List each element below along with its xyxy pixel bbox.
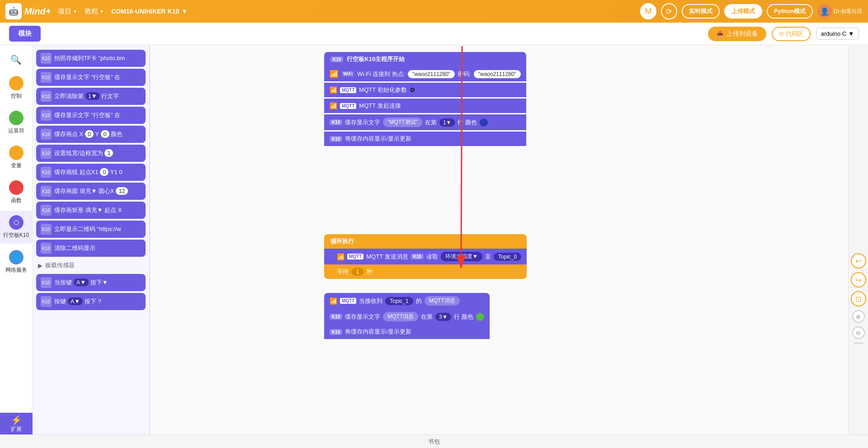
block-update-display2[interactable]: K10 将缓存内容显示/显示更新	[324, 325, 490, 339]
user-area[interactable]: 👤 DI-创客社区	[817, 4, 863, 19]
block-cache-text2[interactable]: K10 缓存显示文字 "行空板" 在	[36, 107, 146, 124]
block-photo[interactable]: K10 拍照存储到TF卡 "photo.bm	[36, 50, 146, 67]
search-icon: 🔍	[10, 54, 22, 65]
sidebar-item-k10[interactable]: ⬡ 行空板K10	[0, 211, 32, 244]
expand-icon: ⚡	[11, 415, 22, 425]
upload-mode-btn[interactable]: 上传模式	[724, 4, 762, 19]
section-sensors[interactable]: ▶ 板载传感器	[33, 259, 149, 272]
control-icon	[9, 76, 24, 90]
mqtt-wifi-icon: 📶	[330, 86, 337, 94]
zoom-out-btn[interactable]: ⊖	[852, 326, 865, 339]
expand-bar[interactable]: ⚡ 扩展	[0, 413, 33, 434]
block-btn-press[interactable]: K10 当按键 A▼ 按下▼	[36, 274, 146, 291]
divider	[854, 343, 863, 344]
block-loop[interactable]: 循环执行	[324, 234, 527, 249]
block-receive-trigger[interactable]: 📶 MQTT 当接收到 Topic_1 的 MQTT消息	[324, 293, 490, 309]
block-group-loop: 循环执行 📶 MQTT MQTT 发送消息 K10 读取 环境光强度▼ 至 To…	[324, 234, 527, 279]
toolbar: 模块 📤 上传到设备 ⊙ 代码区 arduino C ▼	[0, 23, 868, 45]
block-start[interactable]: K10 行空板K10主程序开始	[324, 52, 526, 66]
header: 🤖 Mind+ 项目 ▼ 教程 ▼ COM16-UNIHIKER K10 ▼ M…	[0, 0, 868, 23]
dropdown-topic1[interactable]: Topic_1	[385, 297, 413, 305]
sidebar-icons: 🔍 控制 运算符 变量 函数 ⬡ 行空板K10 🌐 网络服务	[0, 45, 33, 434]
sidebar-item-functions[interactable]: 函数	[0, 176, 32, 209]
upload-device-btn[interactable]: 📤 上传到设备	[708, 27, 766, 41]
sidebar-item-control[interactable]: 控制	[0, 71, 32, 104]
block-draw-line[interactable]: K10 缓存画线 起点X1 0 Y1 0	[36, 164, 146, 181]
block-group-receive: 📶 MQTT 当接收到 Topic_1 的 MQTT消息 K10 缓存显示文字 …	[324, 293, 490, 339]
bottom-bar: 书包	[0, 434, 868, 448]
module-button[interactable]: 模块	[9, 26, 41, 42]
gear-icon: ⚙	[410, 86, 415, 94]
block-line-width[interactable]: K10 设置线宽/边框宽为 1	[36, 145, 146, 162]
undo-btn[interactable]: ↩	[851, 253, 866, 269]
wifi-icon: 📶	[330, 70, 339, 78]
header-right: M ⟳ 实时模式 上传模式 Python模式 👤 DI-创客社区	[640, 3, 863, 19]
dropdown-sensor[interactable]: 环境光强度▼	[441, 252, 482, 261]
block-draw-rect[interactable]: K10 缓存画矩形 填充▼ 起点 X	[36, 202, 146, 219]
block-mqtt-connect[interactable]: 📶 MQTT MQTT 发起连接	[324, 99, 526, 113]
sidebar-item-network[interactable]: 🌐 网络服务	[0, 245, 32, 278]
arduino-select[interactable]: arduino C ▼	[816, 28, 859, 40]
block-update-display1[interactable]: K10 将缓存内容显示/显示更新	[324, 132, 526, 146]
logo: 🤖 Mind+	[5, 3, 51, 19]
canvas-area[interactable]: K10 行空板K10主程序开始 📶 WiFi Wi-Fi 连接到 热点: "wa…	[150, 45, 868, 434]
block-mqtt-init[interactable]: 📶 MQTT MQTT 初始化参数 ⚙	[324, 83, 526, 97]
right-tools: ↩ ↪ ⊡ ⊕ ⊖	[848, 45, 868, 434]
operators-icon	[9, 111, 24, 125]
code-area-btn[interactable]: ⊙ 代码区	[772, 27, 811, 41]
block-group-main: K10 行空板K10主程序开始 📶 WiFi Wi-Fi 连接到 热点: "wa…	[324, 52, 526, 147]
block-clear-qr[interactable]: K10 清除二维码显示	[36, 240, 146, 257]
toolbar-right: 📤 上传到设备 ⊙ 代码区 arduino C ▼	[708, 27, 859, 41]
color-dot-green	[476, 313, 484, 321]
fit-btn[interactable]: ⊡	[851, 291, 866, 307]
block-cache-text1[interactable]: K10 缓存显示文字 "行空板" 在	[36, 69, 146, 86]
block-wifi[interactable]: 📶 WiFi Wi-Fi 连接到 热点: "waoo2111280" 密码: "…	[324, 66, 526, 81]
variables-icon	[9, 146, 24, 160]
logo-icon: 🤖	[5, 3, 22, 19]
functions-icon	[9, 180, 24, 195]
blocks-panel: K10 拍照存储到TF卡 "photo.bm K10 缓存显示文字 "行空板" …	[33, 45, 150, 434]
block-btn-press2[interactable]: K10 按键 A▼ 按下 ?	[36, 293, 146, 310]
block-mqtt-send[interactable]: 📶 MQTT MQTT 发送消息 K10 读取 环境光强度▼ 至 Topic_0	[324, 249, 527, 264]
block-draw-circle[interactable]: K10 缓存画圆 填充▼ 圆心X 12	[36, 183, 146, 200]
sidebar-item-variables[interactable]: 变量	[0, 141, 32, 174]
block-cache-display2[interactable]: K10 缓存显示文字 MQTT消息 在第 3▼ 行 颜色	[324, 309, 490, 325]
block-draw-point[interactable]: K10 缓存画点 X 0 Y 0 颜色	[36, 126, 146, 143]
redo-btn[interactable]: ↪	[851, 272, 866, 288]
mindplus-icon-btn[interactable]: M	[640, 3, 656, 19]
main: 🔍 控制 运算符 变量 函数 ⬡ 行空板K10 🌐 网络服务 K10	[0, 45, 868, 434]
sidebar-search[interactable]: 🔍	[0, 50, 32, 70]
user-avatar: 👤	[817, 4, 832, 19]
share-icon-btn[interactable]: ⟳	[661, 3, 677, 19]
block-wait[interactable]: 等待 1 秒	[324, 264, 527, 279]
sidebar-item-operators[interactable]: 运算符	[0, 106, 32, 139]
block-cache-display1[interactable]: K10 缓存显示文字 "MQTT测试" 在第 1▼ 行 颜色	[324, 114, 526, 130]
zoom-in-btn[interactable]: ⊕	[852, 310, 865, 323]
python-mode-btn[interactable]: Python模式	[767, 4, 813, 19]
dropdown-topic0[interactable]: Topic_0	[494, 253, 521, 261]
menu-project[interactable]: 项目 ▼	[58, 7, 77, 16]
k10-icon: ⬡	[9, 215, 24, 230]
network-icon: 🌐	[9, 250, 24, 264]
block-icon: K10	[41, 53, 52, 64]
logo-text: Mind+	[24, 6, 51, 17]
device-selector[interactable]: COM16-UNIHIKER K10 ▼	[111, 8, 188, 15]
menu-tutorial[interactable]: 教程 ▼	[85, 7, 104, 16]
realtime-mode-btn[interactable]: 实时模式	[682, 4, 720, 19]
block-qrcode[interactable]: K10 立即显示二维码 "https://w	[36, 221, 146, 238]
color-dot-blue	[480, 118, 488, 127]
block-clear-text[interactable]: K10 立即清除第 1▼ 行文字	[36, 88, 146, 105]
